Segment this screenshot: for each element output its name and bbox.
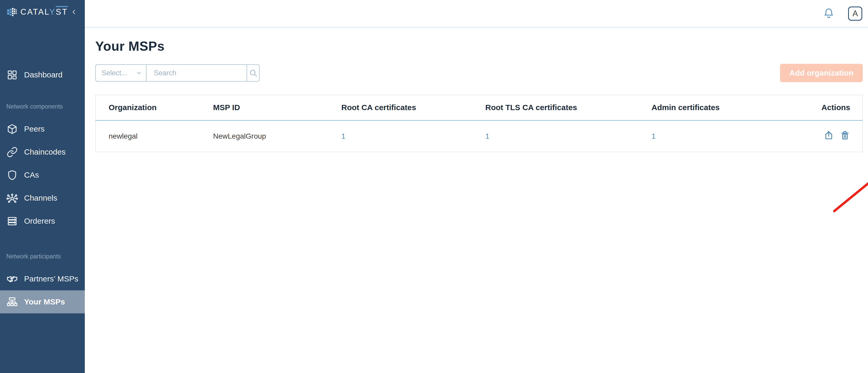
brand-wordmark: CATALYST [21,7,68,17]
sidebar-item-label: Chaincodes [24,147,65,157]
sidebar-item-label: CAs [24,171,39,179]
network-hub-icon [6,193,18,204]
export-icon [824,130,834,140]
row-actions [824,130,850,140]
table-row: newlegal NewLegalGroup 1 1 1 [96,120,863,152]
filter-select-value: Select... [101,69,135,77]
sidebar-item-label: Peers [24,125,44,133]
org-chart-icon [6,296,18,308]
column-header-organization: Organization [96,95,213,120]
collapse-sidebar-button[interactable] [70,8,79,16]
topbar: A [85,0,868,28]
avatar-letter: A [852,9,858,18]
sidebar-nav: Dashboard Network components Peers Chain… [0,24,85,313]
sidebar-item-cas[interactable]: CAs [0,164,85,186]
search-button[interactable] [247,65,259,81]
app-root: CATALYST Dashboard Network components [0,0,868,373]
dashboard-icon [6,69,18,80]
root-ca-certificates-link[interactable]: 1 [341,132,345,140]
trash-icon [840,130,850,140]
sidebar-item-partners-msps[interactable]: Partners’ MSPs [0,267,85,290]
sidebar-item-label: Orderers [24,216,55,226]
notifications-button[interactable] [823,7,835,20]
filter-controls: Select... Add organization [95,64,863,82]
cell-msp-id: NewLegalGroup [213,120,341,152]
sidebar-item-dashboard[interactable]: Dashboard [0,63,85,86]
search-box [146,64,260,81]
sidebar: CATALYST Dashboard Network components [0,0,85,373]
column-header-actions: Actions [797,95,863,120]
sidebar-section-network-components: Network components [6,103,85,110]
column-header-root-tls-ca: Root TLS CA certificates [485,95,652,120]
sidebar-item-orderers[interactable]: Orderers [0,209,85,233]
shield-icon [6,169,18,181]
sidebar-item-peers[interactable]: Peers [0,117,85,140]
main-area: A Your MSPs Select... [85,0,868,373]
cube-icon [6,124,18,135]
server-stack-icon [6,215,18,227]
export-msp-button[interactable] [824,130,834,140]
column-header-msp-id: MSP ID [213,95,341,120]
annotation-arrow [828,143,868,216]
sidebar-item-label: Dashboard [24,70,63,79]
handshake-icon [6,273,18,284]
chain-link-icon [6,146,18,158]
search-icon [248,68,258,78]
search-input[interactable] [147,65,247,81]
sidebar-item-label: Channels [24,194,57,202]
avatar[interactable]: A [848,6,862,21]
catalyst-logo-icon [7,7,17,17]
sidebar-item-label: Partners’ MSPs [24,274,78,283]
sidebar-section-network-participants: Network participants [6,253,85,260]
chevron-left-icon [71,9,78,15]
sidebar-item-your-msps[interactable]: Your MSPs [0,290,85,313]
sidebar-item-channels[interactable]: Channels [0,186,85,209]
sidebar-item-label: Your MSPs [24,297,65,306]
column-header-admin-certs: Admin certificates [652,95,797,120]
delete-msp-button[interactable] [840,130,850,140]
sidebar-item-chaincodes[interactable]: Chaincodes [0,140,85,164]
msp-table: Organization MSP ID Root CA certificates… [95,95,863,152]
root-tls-ca-certificates-link[interactable]: 1 [485,132,490,140]
content: Your MSPs Select... Add organization [85,28,868,152]
cell-organization: newlegal [96,120,213,152]
table-header-row: Organization MSP ID Root CA certificates… [96,95,863,120]
admin-certificates-link[interactable]: 1 [652,132,656,140]
column-header-root-ca: Root CA certificates [341,95,485,120]
chevron-down-icon [135,70,143,76]
add-organization-button[interactable]: Add organization [780,64,863,82]
msp-table-wrap: Organization MSP ID Root CA certificates… [95,95,863,152]
filter-select[interactable]: Select... [95,64,146,81]
logo-row: CATALYST [0,0,85,24]
page-title: Your MSPs [95,39,863,54]
bell-icon [823,7,835,19]
